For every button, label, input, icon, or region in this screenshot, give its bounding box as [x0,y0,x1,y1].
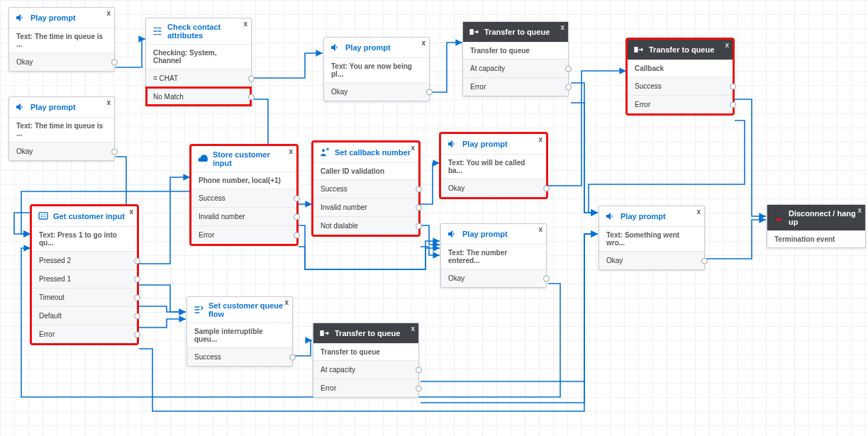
close-icon[interactable]: x [421,39,425,47]
branch-okay[interactable]: Okay [599,251,704,269]
close-icon[interactable]: x [284,298,289,306]
branch-chat[interactable]: = CHAT [146,69,251,87]
output-port[interactable] [294,213,300,220]
svg-rect-0 [469,29,473,35]
branch-error[interactable]: Error [191,225,296,244]
branch-pressed-1[interactable]: Pressed 1 [32,269,137,288]
output-port[interactable] [416,223,422,229]
node-title-text: Get customer input [53,212,125,220]
close-icon[interactable]: x [538,135,542,143]
close-icon[interactable]: x [289,147,293,155]
output-port[interactable] [294,195,300,201]
output-port[interactable] [134,294,140,301]
branch-not-dialable[interactable]: Not dialable [313,216,418,235]
play-prompt-icon [330,42,341,53]
branch-at-capacity[interactable]: At capacity [313,360,418,379]
branch-at-capacity[interactable]: At capacity [463,59,568,77]
branch-okay[interactable]: Okay [324,82,429,101]
close-icon[interactable]: x [243,20,247,28]
output-port[interactable] [416,367,422,373]
branch-success[interactable]: Success [313,179,418,198]
node-title-text: Transfer to queue [335,329,400,337]
svg-rect-10 [320,330,323,336]
node-check-contact-attributes[interactable]: Check contact attributes x Checking: Sys… [145,18,252,106]
close-icon[interactable]: x [411,325,415,332]
close-icon[interactable]: x [857,206,862,214]
node-title: Play prompt x [599,206,704,226]
set-callback-icon [319,147,330,158]
branch-error[interactable]: Error [32,325,137,343]
branch-error[interactable]: Error [628,95,733,113]
transfer-queue-icon [319,328,330,339]
output-port[interactable] [248,94,255,100]
output-port[interactable] [416,204,422,211]
node-subtitle: Text: The number entered... [441,244,546,269]
branch-error[interactable]: Error [313,379,418,397]
node-title-text: Transfer to queue [649,45,714,54]
node-get-customer-input[interactable]: Get customer input x Text: Press 1 to go… [31,206,138,344]
close-icon[interactable]: x [129,208,133,216]
node-transfer-queue-3[interactable]: Transfer to queue x Transfer to queue At… [313,323,419,398]
output-port[interactable] [111,59,118,65]
close-icon[interactable]: x [411,144,415,152]
output-port[interactable] [730,83,736,89]
node-title-text: Play prompt [30,103,76,111]
output-port[interactable] [426,89,433,95]
output-port[interactable] [248,75,255,82]
node-title-text: Play prompt [30,13,76,22]
node-play-prompt-2[interactable]: Play prompt x Text: The time in queue is… [9,96,115,161]
node-subtitle: Text: The time in queue is ... [9,117,114,142]
output-port[interactable] [730,101,736,108]
node-set-customer-queue-flow[interactable]: Set customer queue flow x Sample interru… [187,296,293,367]
node-transfer-queue-callback[interactable]: Transfer to queue x Callback Success Err… [627,39,733,114]
branch-no-match[interactable]: No Match [146,87,251,106]
output-port[interactable] [416,186,422,192]
store-input-icon [197,153,208,164]
close-icon[interactable]: x [725,41,729,49]
branch-error[interactable]: Error [463,77,568,96]
node-disconnect[interactable]: Disconnect / hang up x Termination event [767,204,866,248]
node-play-prompt-4[interactable]: Play prompt x Text: You will be called b… [440,133,547,198]
output-port[interactable] [701,257,708,264]
node-title: Play prompt x [9,8,114,28]
node-set-callback-number[interactable]: Set callback number x Caller ID validati… [313,142,419,235]
close-icon[interactable]: x [538,225,542,233]
branch-success[interactable]: Success [187,347,292,366]
node-play-prompt-6[interactable]: Play prompt x Text: Something went wro..… [599,206,705,270]
svg-point-4 [43,214,44,216]
output-port[interactable] [565,84,572,90]
node-title: Play prompt x [324,38,429,57]
output-port[interactable] [543,185,550,191]
close-icon[interactable]: x [106,9,111,17]
output-port[interactable] [289,354,296,360]
branch-invalid-number[interactable]: Invalid number [313,198,418,216]
close-icon[interactable]: x [106,99,111,106]
close-icon[interactable]: x [696,208,701,216]
branch-invalid-number[interactable]: Invalid number [191,207,296,225]
output-port[interactable] [111,148,118,155]
output-port[interactable] [416,385,422,391]
play-prompt-icon [447,138,458,150]
branch-success[interactable]: Success [191,189,296,207]
branch-default[interactable]: Default [32,306,137,325]
output-port[interactable] [134,276,140,282]
node-store-customer-input[interactable]: Store customer input x Phone number, loc… [191,145,297,245]
branch-pressed-2[interactable]: Pressed 2 [32,251,137,269]
branch-success[interactable]: Success [628,77,733,95]
branch-okay[interactable]: Okay [9,142,114,160]
branch-okay[interactable]: Okay [9,52,114,71]
output-port[interactable] [543,275,550,281]
close-icon[interactable]: x [560,23,564,31]
output-port[interactable] [134,313,140,319]
output-port[interactable] [565,65,572,72]
output-port[interactable] [294,232,300,238]
node-play-prompt-3[interactable]: Play prompt x Text: You are now being pl… [323,37,430,101]
output-port[interactable] [134,257,140,264]
node-transfer-queue-1[interactable]: Transfer to queue x Transfer to queue At… [462,21,569,96]
node-play-prompt-1[interactable]: Play prompt x Text: The time in queue is… [9,7,115,72]
output-port[interactable] [134,331,140,337]
branch-okay[interactable]: Okay [441,179,546,197]
branch-okay[interactable]: Okay [441,269,546,287]
node-play-prompt-5[interactable]: Play prompt x Text: The number entered..… [440,223,547,288]
branch-timeout[interactable]: Timeout [32,288,137,306]
